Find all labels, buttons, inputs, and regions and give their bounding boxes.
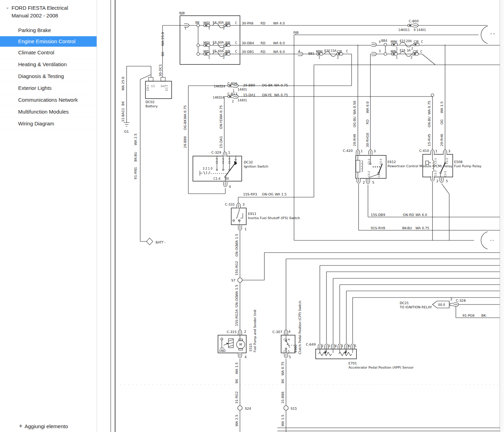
chevron-down-icon[interactable]: ⌄	[6, 5, 9, 9]
diagram-label: 29-BB9	[243, 83, 255, 87]
diagram-label: 4	[229, 185, 231, 188]
diagram-label: E515	[249, 344, 253, 352]
diagram-label: 30-DB1	[242, 50, 254, 54]
sidebar-item-wiring-diagram[interactable]: Wiring Diagram	[0, 118, 97, 130]
diagram-label: C	[235, 21, 237, 25]
diagram-label: 6	[348, 344, 350, 348]
diagram-label: 29-RH9	[353, 134, 356, 146]
diagram-label: WA 1.5	[235, 285, 239, 296]
diagram-label: GN-YE	[219, 119, 223, 129]
diagram-label: G1	[124, 130, 129, 133]
diagram-label: CJB	[414, 40, 419, 44]
diagram-label: GN-OG	[262, 192, 273, 196]
diagram-label: 29-BB9	[183, 136, 187, 148]
diagram-label: GN-OG	[235, 245, 239, 257]
diagram-label: WA 1.5	[235, 234, 239, 246]
diagram-label: 3	[328, 344, 330, 348]
plus-icon: +	[19, 423, 23, 429]
diagram-label: BK-BU	[402, 226, 412, 230]
diagram-label: 5	[372, 180, 374, 184]
diagram-label: C-649	[306, 342, 316, 346]
diagram-label: 91-RN1	[134, 167, 137, 179]
diagram-label: E960	[294, 344, 298, 352]
diagram-label: Inertia Fuel Shutoff (IFS) Switch	[248, 216, 300, 220]
diagram-label: 15S-RP3	[243, 192, 257, 196]
diagram-label: C1-1	[434, 158, 437, 164]
diagram-label: OG-BU	[353, 116, 356, 127]
diagram-label: C1-5	[234, 159, 237, 164]
diagram-label: M	[239, 343, 242, 346]
diagram-label: E16	[400, 49, 405, 52]
diagram-label: 3	[448, 149, 450, 153]
battery-terminal-neg	[149, 77, 153, 81]
diagram-label: C-331	[225, 202, 235, 206]
diagram-label: WA 1.5	[235, 362, 239, 374]
sidebar-item-heating-ventilation[interactable]: Heating & Ventilation	[0, 59, 97, 70]
diagram-label: 5	[446, 179, 448, 183]
diagram-label: 2	[232, 100, 234, 103]
diagram-label: Ignition Switch	[244, 164, 268, 168]
diagram-label: 2	[363, 180, 365, 184]
manual-title[interactable]: FORD FIESTA Electrical Manual 2002 - 200…	[12, 4, 86, 20]
diagram-label: (+)	[161, 85, 165, 88]
diagram-label: WA 2.5	[134, 133, 137, 145]
diagram-label: 5	[354, 344, 356, 348]
diagram-label: WA 1.5	[275, 192, 287, 196]
diagram-label: PJB	[293, 31, 299, 34]
diagram-label: 15-DA1	[219, 136, 223, 148]
diagram-label: WA 0.75	[281, 362, 285, 376]
diagram-label: 31-BB6	[281, 392, 285, 403]
diagram-label: DC32	[244, 160, 253, 164]
diagram-label: BK	[235, 379, 239, 384]
vertical-scrollbar[interactable]	[501, 0, 504, 432]
diagram-label: 15-DA1	[243, 93, 255, 97]
diagram-label: WA 6.0	[415, 213, 427, 217]
diagram-label: 3 2 1 0	[203, 167, 212, 170]
diagram-label: BB1	[308, 52, 314, 55]
sidebar-item-exterior-lights[interactable]: Exterior Lights	[0, 82, 97, 94]
diagram-label: WA 6.0	[273, 41, 285, 45]
diagram-label: RD	[261, 41, 265, 45]
diagram-label: 20A	[406, 39, 412, 43]
diagram-label: 31-RG2	[235, 391, 239, 404]
diagram-label: WA 4.0	[273, 21, 285, 25]
diagram-label: C1-5	[284, 350, 290, 353]
diagram-label: C1-3	[379, 159, 382, 164]
diagram-label: WA 0.75	[219, 105, 223, 119]
manual-tree-root[interactable]: ⌄ FORD FIESTA Electrical Manual 2002 - 2…	[0, 0, 97, 22]
diagram-label: 91-PG6	[462, 314, 475, 317]
sidebar-item-climate-control[interactable]: Climate Control	[0, 47, 97, 59]
sidebar-item-communications-network[interactable]: Communications Network	[0, 94, 97, 106]
diagram-label: BJB	[179, 11, 185, 15]
diagram-label: 3	[374, 149, 376, 153]
diagram-label: RD	[261, 50, 265, 54]
diagram-label: E30	[324, 49, 330, 53]
diagram-label: 2	[223, 56, 225, 59]
diagram-label: WA 0.75	[427, 101, 431, 115]
diagram-label: 1	[341, 344, 343, 348]
diagram-label: C3-1	[146, 85, 149, 91]
diagram-label: 30	[225, 177, 229, 180]
diagram-label: 4	[288, 330, 291, 333]
sidebar-item-parking-brake[interactable]: Parking Brake	[0, 24, 97, 36]
wires	[124, 25, 500, 432]
diagram-label: WA 6.0	[273, 50, 285, 54]
diagram-label: 15S-DB9	[371, 213, 385, 217]
sidebar-item-engine-emission-control[interactable]: Engine Emission Control	[0, 36, 97, 47]
diagram-label: 14K024	[214, 85, 225, 88]
diagram-label: 91S-RH9	[371, 226, 385, 230]
diagram-label: C1-1	[368, 159, 370, 164]
diagram-label: RD	[261, 21, 265, 25]
diagram-viewer: BJB1BBMIDIE440ABJBC1230-PA8RDWA 4.0MIDIE…	[97, 0, 504, 432]
diagram-label: C-813	[227, 92, 237, 96]
diagram-label: 5	[289, 355, 291, 359]
diagram-label: BK-BU	[134, 152, 137, 162]
diagram-label: 2	[337, 56, 339, 59]
diagram-label: C	[235, 50, 237, 53]
sidebar-item-multifunction-modules[interactable]: Multifunction Modules	[0, 106, 97, 118]
diagram-label: TO IGNITION RELAY	[399, 305, 432, 309]
ifs-switch-box	[231, 208, 246, 225]
sidebar-item-diagnosis-testing[interactable]: Diagnosis & Testing	[0, 70, 97, 82]
diagram-label: S7	[231, 278, 235, 282]
add-element-button[interactable]: + Aggiungi elemento	[19, 422, 68, 431]
